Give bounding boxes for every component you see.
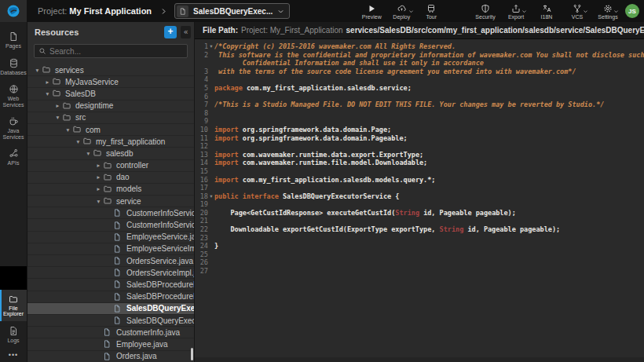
tree-expand-arrow-icon[interactable]: ▸ (94, 162, 103, 169)
sidebar-item-web-services[interactable]: Web Services (0, 79, 27, 112)
tree-item-label: models (116, 185, 141, 193)
tree-folder-item[interactable]: ▸designtime (27, 101, 194, 112)
code-editor[interactable]: 1▾/*Copyright (c) 2015-2016 wavemaker.co… (195, 39, 644, 362)
sidebar-item-java-services[interactable]: Java Services (0, 112, 27, 144)
line-number: 7 (197, 101, 208, 109)
i18n-button[interactable]: I18N (534, 2, 559, 20)
sidebar-item-file-explorer[interactable]: File Explorer (0, 290, 27, 321)
tree-file-item[interactable]: CustomerInfoService.java (27, 207, 194, 219)
code-editor-pane: File Path: Project: My_First_Application… (195, 22, 644, 362)
tree-folder-item[interactable]: ▸MyJavaService (27, 76, 194, 88)
tree-file-item[interactable]: SalesDBProcedureExecutorService.java (27, 279, 194, 291)
tree-folder-item[interactable]: ▾src (27, 112, 194, 124)
more-options-button[interactable]: ••• (0, 347, 27, 362)
tree-item-label: com (86, 126, 101, 134)
tree-scrollbar-thumb[interactable] (191, 348, 193, 360)
tree-item-label: dao (116, 173, 130, 181)
folder-icon (82, 137, 92, 146)
globe-icon (9, 84, 19, 94)
sidebar-item-logs[interactable]: Logs (0, 321, 27, 348)
folder-icon (8, 294, 19, 304)
open-file-dropdown[interactable]: SalesDBQueryExec... (174, 3, 290, 19)
tree-file-item[interactable]: EmployeeService.java (27, 232, 194, 243)
editor-horizontal-scrollbar[interactable] (195, 357, 644, 362)
wavemaker-logo[interactable] (0, 0, 27, 22)
file-icon (113, 268, 123, 277)
tree-file-item[interactable]: OrdersService.java (27, 255, 194, 267)
tree-folder-item[interactable]: ▾services (27, 64, 194, 76)
file-icon (113, 208, 123, 218)
tree-expand-arrow-icon[interactable]: ▾ (43, 90, 52, 97)
code-fold-spacer (208, 250, 214, 259)
collapse-panel-button[interactable]: « (181, 26, 191, 38)
tree-file-item[interactable]: EmployeeServiceImpl.java (27, 243, 194, 255)
code-line: 27 (197, 267, 644, 276)
code-fold-spacer (208, 184, 214, 192)
tree-file-item[interactable]: Orders.java (27, 351, 194, 362)
tree-file-item[interactable]: OrdersServiceImpl.java (27, 267, 194, 279)
line-number: 19 (197, 200, 208, 209)
tree-expand-arrow-icon[interactable]: ▾ (33, 67, 42, 74)
add-resource-button[interactable]: + (164, 26, 177, 38)
tree-expand-arrow-icon[interactable]: ▾ (94, 198, 103, 205)
tree-expand-arrow-icon[interactable]: ▸ (94, 185, 103, 192)
code-fold-arrow-icon[interactable]: ▾ (208, 42, 214, 51)
tree-expand-arrow-icon[interactable]: ▾ (84, 150, 93, 157)
tree-expand-arrow-icon[interactable]: ▾ (53, 114, 62, 121)
code-text (214, 93, 644, 101)
tree-item-label: EmployeeServiceImpl.java (126, 244, 194, 253)
tree-file-item[interactable]: CustomerInfoServiceImpl.java (27, 219, 194, 231)
line-number: 25 (197, 250, 208, 259)
tree-file-item[interactable]: SalesDBProcedureExecutorServiceImpl.java (27, 291, 194, 303)
tree-expand-arrow-icon[interactable]: ▾ (74, 138, 82, 145)
sidebar-item-databases[interactable]: Databases (0, 53, 27, 80)
tree-folder-item[interactable]: ▸controller (27, 160, 194, 172)
vcs-button[interactable]: VCS (565, 2, 590, 20)
folder-icon (103, 185, 112, 194)
line-number: 12 (197, 142, 208, 151)
line-number: 21 (197, 217, 208, 225)
sidebar-item-apis[interactable]: APIs (0, 144, 27, 170)
tree-expand-arrow-icon[interactable]: ▸ (94, 174, 103, 181)
line-number: 11 (197, 134, 208, 143)
left-rail: Pages Databases Web Services Java Servic… (0, 22, 27, 362)
tree-expand-arrow-icon[interactable]: ▾ (64, 126, 72, 133)
code-text: public interface SalesDBQueryExecutorSer… (214, 192, 644, 201)
tree-expand-arrow-icon[interactable]: ▸ (43, 79, 52, 86)
tree-expand-arrow-icon[interactable]: ▸ (53, 102, 62, 109)
line-number: 13 (197, 151, 208, 159)
code-fold-arrow-icon[interactable]: ▾ (208, 192, 214, 201)
code-fold-spacer (208, 68, 214, 76)
tree-folder-item[interactable]: ▸models (27, 184, 194, 196)
tree-folder-item[interactable]: ▾salesdb (27, 148, 194, 159)
search-input[interactable] (49, 47, 183, 56)
deploy-button[interactable]: Deploy (389, 2, 414, 20)
preview-button[interactable]: Preview (359, 2, 384, 20)
line-number: 2 (197, 51, 208, 60)
code-text: package com.my_first_application.salesdb… (214, 84, 644, 93)
file-icon (113, 280, 123, 289)
tree-folder-item[interactable]: ▸dao (27, 172, 194, 184)
sidebar-item-pages[interactable]: Pages (0, 27, 27, 53)
settings-button[interactable]: Settings (595, 2, 620, 20)
code-text (214, 200, 644, 209)
code-fold-spacer (208, 225, 214, 234)
project-name[interactable]: My First Application (69, 6, 152, 16)
tree-item-label: service (116, 197, 141, 206)
tree-folder-item[interactable]: ▾service (27, 196, 194, 207)
tree-folder-item[interactable]: ▾com (27, 124, 194, 136)
tree-file-item[interactable]: SalesDBQueryExecutorServiceImpl.java (27, 315, 194, 327)
export-button[interactable]: Export (503, 2, 529, 20)
tree-folder-item[interactable]: ▾SalesDB (27, 88, 194, 100)
tree-item-label: SalesDBQueryExecutorServiceImpl.java (126, 316, 194, 325)
tree-folder-item[interactable]: ▾my_first_application (27, 136, 194, 148)
code-line: 20 Page<GetCustIdResponse> executeGetCus… (197, 209, 644, 218)
user-avatar[interactable]: JS (625, 4, 639, 18)
tree-item-label: EmployeeService.java (126, 232, 194, 241)
tree-file-item[interactable]: Employee.java (27, 338, 194, 350)
tour-button[interactable]: Tour (419, 2, 444, 20)
tree-file-item[interactable]: SalesDBQueryExecutorService.java (27, 303, 194, 315)
tree-file-item[interactable]: CustomerInfo.java (27, 327, 194, 338)
folder-icon (103, 161, 112, 170)
security-button[interactable]: Security (473, 2, 498, 20)
